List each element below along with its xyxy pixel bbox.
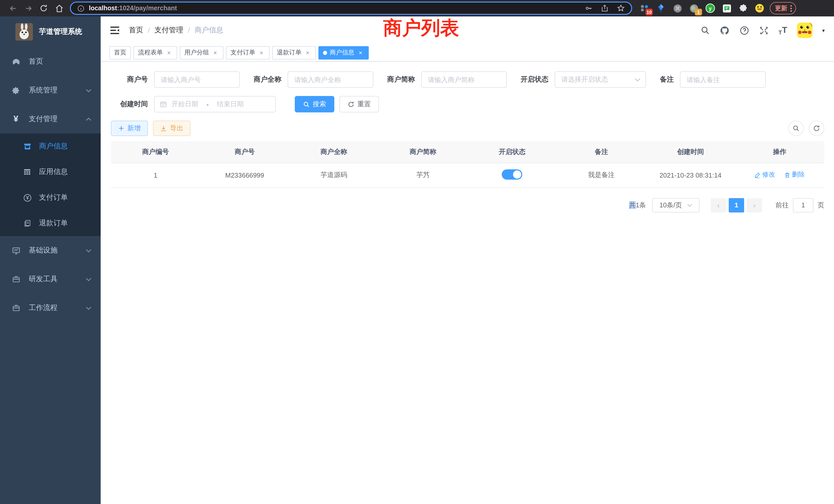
cell-remark: 我是备注 (557, 163, 646, 187)
field-short-name: 商户简称 (387, 71, 507, 88)
chevron-down-icon (86, 249, 91, 252)
extension-emoji-icon[interactable] (754, 3, 765, 13)
sidebar-item-merchant-info[interactable]: 商户信息 (0, 134, 101, 159)
extensions-puzzle-icon[interactable] (738, 3, 748, 13)
forward-icon[interactable] (21, 2, 36, 14)
address-bar-actions (585, 4, 625, 12)
fullscreen-icon[interactable] (759, 25, 769, 35)
page-size-select[interactable]: 10条/页 (652, 198, 699, 212)
extension-kite-icon[interactable] (656, 3, 666, 13)
sidebar-item-dev-tools[interactable]: 研发工具 (0, 265, 101, 294)
sidebar-logo-row[interactable]: 芋道管理系统 (0, 17, 101, 47)
full-name-input[interactable] (288, 71, 373, 88)
sidebar-toggle-icon[interactable] (110, 26, 120, 35)
table-toolbar: 新增 导出 (101, 121, 834, 136)
tags-view-bar: 首页 流程表单× 用户分组× 支付订单× 退款订单× 商户信息× (101, 44, 834, 62)
site-info-icon[interactable] (77, 4, 85, 12)
bookmark-star-icon[interactable] (617, 4, 625, 12)
avatar-caret-icon[interactable]: ▾ (822, 27, 825, 33)
col-actions: 操作 (735, 141, 824, 163)
github-icon[interactable] (720, 25, 730, 35)
tab-home[interactable]: 首页 (109, 46, 131, 59)
extension-badge: 10 (645, 9, 653, 16)
user-avatar[interactable] (797, 23, 812, 38)
field-remark: 备注 (660, 71, 766, 88)
tab-refund-order[interactable]: 退款订单× (272, 46, 316, 59)
status-toggle[interactable] (502, 169, 523, 179)
briefcase-icon (11, 304, 21, 312)
shop-icon (23, 142, 32, 151)
extension-profile-icon[interactable]: 1 (689, 3, 699, 13)
sidebar-item-payment[interactable]: ¥ 支付管理 (0, 105, 101, 134)
edit-link[interactable]: 修改 (755, 171, 775, 179)
col-merchant-no: 商户号 (200, 141, 289, 163)
browser-menu-icon[interactable] (790, 5, 792, 12)
refresh-button[interactable] (809, 121, 824, 136)
add-button[interactable]: 新增 (111, 121, 148, 136)
reload-icon[interactable] (36, 2, 51, 14)
font-size-icon[interactable]: TT (778, 25, 787, 36)
sidebar-item-home[interactable]: 首页 (0, 47, 101, 76)
sidebar-item-workflow[interactable]: 工作流程 (0, 294, 101, 322)
sidebar-item-infrastructure[interactable]: 基础设施 (0, 236, 101, 265)
url-path: :1024/pay/merchant (117, 5, 177, 12)
cell-create-time: 2021-10-23 08:31:14 (646, 163, 735, 187)
cell-actions: 修改 删除 (735, 163, 824, 187)
extension-chat-icon[interactable] (722, 3, 732, 13)
search-icon[interactable] (701, 26, 710, 35)
chevron-down-icon (635, 78, 640, 81)
tab-pay-order[interactable]: 支付订单× (226, 46, 270, 59)
start-date-placeholder: 开始日期 (172, 99, 198, 109)
close-icon[interactable]: × (212, 49, 219, 56)
next-page-button[interactable]: › (747, 198, 762, 212)
total-text: 共1条 (629, 201, 646, 210)
extension-y-icon[interactable]: y (705, 3, 716, 13)
close-icon[interactable]: × (166, 49, 173, 56)
sidebar-item-system[interactable]: 系统管理 (0, 76, 101, 105)
delete-link[interactable]: 删除 (784, 171, 805, 179)
extension-blocks-icon[interactable]: 10 (639, 3, 650, 13)
update-label: 更新 (775, 4, 787, 13)
close-icon[interactable]: × (304, 49, 311, 56)
sidebar-item-app-info[interactable]: 应用信息 (0, 159, 101, 185)
create-time-range-picker[interactable]: 开始日期 - 结束日期 (154, 96, 276, 112)
short-name-input[interactable] (421, 71, 507, 88)
sidebar-item-pay-order[interactable]: 支付订单 (0, 185, 101, 210)
search-button[interactable]: 搜索 (295, 96, 334, 112)
share-icon[interactable] (601, 4, 609, 12)
home-icon[interactable] (51, 2, 67, 14)
svg-text:y: y (709, 6, 712, 11)
browser-update-button[interactable]: 更新 (770, 2, 796, 14)
browser-toolbar: localhost:1024/pay/merchant 10 (0, 0, 834, 17)
address-bar[interactable]: localhost:1024/pay/merchant (70, 2, 632, 15)
prev-page-button[interactable]: ‹ (711, 198, 726, 212)
col-create-time: 创建时间 (646, 141, 735, 163)
extension-command-icon[interactable]: ⌘ (672, 3, 682, 13)
close-icon[interactable]: × (357, 49, 364, 56)
sidebar-item-refund-order[interactable]: 退款订单 (0, 210, 101, 236)
status-select[interactable]: 请选择开启状态 (555, 71, 646, 88)
tab-process-form[interactable]: 流程表单× (133, 46, 177, 59)
payment-submenu: 商户信息 应用信息 支付订单 (0, 134, 101, 236)
dashboard-icon (11, 57, 21, 66)
briefcase-icon (11, 275, 21, 283)
password-key-icon[interactable] (585, 4, 593, 12)
tab-user-group[interactable]: 用户分组× (180, 46, 223, 59)
merchant-no-input[interactable] (154, 71, 240, 88)
breadcrumb-home[interactable]: 首页 (129, 26, 143, 35)
chevron-down-icon (86, 306, 91, 310)
url-host: localhost (89, 5, 117, 12)
breadcrumb-payment[interactable]: 支付管理 (155, 26, 183, 35)
close-icon[interactable]: × (258, 49, 265, 56)
remark-input[interactable] (680, 71, 766, 88)
export-button[interactable]: 导出 (153, 121, 191, 136)
show-search-button[interactable] (788, 121, 804, 136)
back-icon[interactable] (5, 2, 21, 14)
reset-button[interactable]: 重置 (339, 96, 379, 112)
annotation-merchant-list: 商户列表 (383, 16, 459, 41)
goto-page-input[interactable] (793, 198, 813, 212)
sidebar: 芋道管理系统 首页 系统管理 ¥ 支付管理 (0, 17, 101, 504)
tab-merchant-info[interactable]: 商户信息× (319, 46, 369, 59)
help-icon[interactable] (740, 25, 749, 35)
page-1-button[interactable]: 1 (729, 198, 744, 212)
